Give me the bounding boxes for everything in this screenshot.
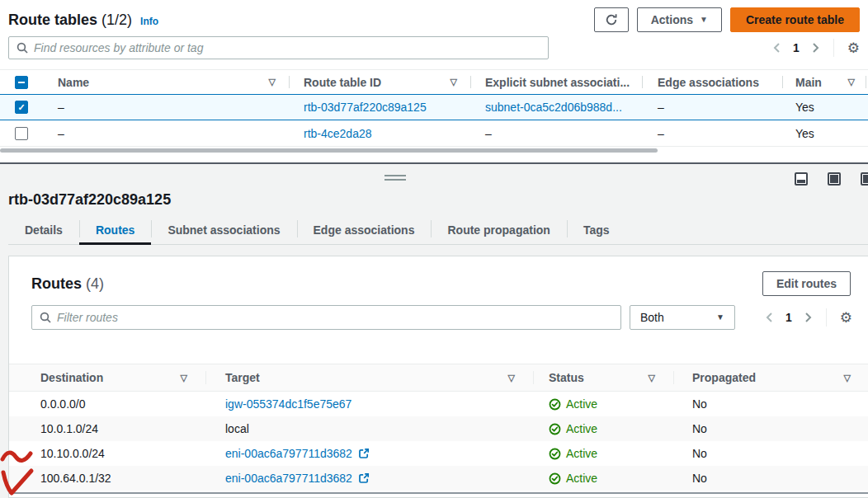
status-label: Active bbox=[566, 472, 597, 485]
detail-tab[interactable]: Subnet associations bbox=[151, 215, 296, 244]
cell-destination: 0.0.0.0/0 bbox=[9, 392, 205, 416]
detail-tab[interactable]: Details bbox=[8, 215, 79, 244]
route-row: 100.64.0.1/32 eni-00ac6a797711d3682 Acti… bbox=[9, 466, 868, 491]
routes-table: Destination▽ Target▽ Status▽ Propagated▽… bbox=[9, 364, 868, 491]
tab-label: Routes bbox=[96, 223, 134, 237]
sort-icon[interactable]: ▽ bbox=[451, 77, 457, 87]
subnet-link[interactable]: – bbox=[485, 127, 492, 140]
detail-tab[interactable]: Route propagation bbox=[431, 215, 566, 244]
split-panel-drag-handle[interactable] bbox=[384, 175, 406, 183]
search-input[interactable] bbox=[28, 38, 548, 58]
sort-icon[interactable]: ▽ bbox=[508, 373, 515, 383]
divider bbox=[826, 308, 827, 327]
cell-subnet-associations: – bbox=[470, 120, 642, 146]
routes-count: (4) bbox=[86, 275, 104, 292]
target-link[interactable]: igw-055374dc1f5e75e67 bbox=[225, 397, 351, 411]
info-link[interactable]: Info bbox=[140, 16, 158, 27]
cell-target: igw-055374dc1f5e75e67 bbox=[205, 392, 533, 416]
column-header-destination[interactable]: Destination▽ bbox=[9, 364, 205, 391]
scrollbar-thumb[interactable] bbox=[0, 148, 658, 153]
page-number[interactable]: 1 bbox=[791, 41, 801, 54]
route-tables-table: Name▽ Route table ID▽ Explicit subnet as… bbox=[0, 69, 868, 147]
table-row[interactable]: – rtb-4ce2da28 – – Yes bbox=[0, 120, 868, 147]
create-route-table-button[interactable]: Create route table bbox=[730, 7, 860, 32]
refresh-button[interactable] bbox=[594, 7, 629, 32]
subnet-link[interactable]: subnet-0ca5c2d06b988d... bbox=[485, 101, 622, 114]
sort-icon[interactable]: ▽ bbox=[844, 373, 851, 383]
column-header-main[interactable]: Main▽ bbox=[782, 70, 868, 94]
route-tables-header: Route tables (1/2) Info Actions ▼ Create… bbox=[8, 7, 860, 33]
route-table-id-link[interactable]: rtb-03d77af220c89a125 bbox=[304, 101, 427, 114]
column-header-name[interactable]: Name▽ bbox=[43, 70, 289, 94]
cell-propagated: No bbox=[673, 392, 868, 416]
horizontal-scrollbar[interactable] bbox=[0, 148, 868, 153]
sort-icon[interactable]: ▽ bbox=[848, 77, 855, 87]
cell-name: – bbox=[43, 120, 289, 146]
actions-button[interactable]: Actions ▼ bbox=[637, 7, 722, 32]
cell-destination: 10.0.1.0/24 bbox=[9, 416, 205, 441]
chevron-left-icon[interactable] bbox=[765, 312, 774, 323]
panel-layout-controls bbox=[795, 172, 868, 186]
row-checkbox-icon[interactable] bbox=[15, 127, 28, 140]
column-header-propagated[interactable]: Propagated▽ bbox=[673, 364, 868, 391]
sort-icon[interactable]: ▽ bbox=[649, 373, 655, 383]
edit-routes-button[interactable]: Edit routes bbox=[762, 271, 851, 296]
column-header-subnet-associations[interactable]: Explicit subnet associati... bbox=[470, 70, 642, 94]
panel-position-side-icon[interactable] bbox=[861, 172, 868, 186]
column-header-status[interactable]: Status▽ bbox=[533, 364, 673, 391]
sort-icon[interactable]: ▽ bbox=[181, 373, 187, 383]
cell-status: Active bbox=[533, 441, 673, 466]
table-body: – rtb-03d77af220c89a125 subnet-0ca5c2d06… bbox=[0, 94, 868, 147]
detail-panel: rtb-03d77af220c89a125 Details Routes Sub… bbox=[0, 164, 868, 498]
tab-label: Route propagation bbox=[447, 223, 550, 237]
cell-subnet-associations: subnet-0ca5c2d06b988d... bbox=[470, 95, 642, 120]
resource-search-box bbox=[8, 36, 549, 59]
route-row: 10.10.0.0/24 eni-00ac6a797711d3682 Activ… bbox=[9, 441, 868, 466]
target-link[interactable]: local bbox=[225, 422, 249, 435]
routes-title: Routes (4) bbox=[31, 275, 104, 293]
chevron-right-icon[interactable] bbox=[811, 42, 820, 54]
search-icon bbox=[17, 42, 28, 54]
cell-status: Active bbox=[533, 392, 673, 416]
tab-label: Tags bbox=[583, 223, 610, 237]
filter-routes-box bbox=[31, 305, 621, 330]
detail-tab[interactable]: Edge associations bbox=[297, 215, 432, 244]
route-type-select[interactable]: Both ▼ bbox=[630, 305, 735, 330]
actions-button-label: Actions bbox=[651, 13, 693, 26]
chevron-left-icon[interactable] bbox=[772, 42, 781, 54]
settings-gear-icon[interactable]: ⚙ bbox=[840, 311, 852, 325]
status-label: Active bbox=[566, 397, 597, 411]
detail-tab[interactable]: Routes bbox=[79, 215, 151, 244]
target-link[interactable]: eni-00ac6a797711d3682 bbox=[225, 472, 352, 485]
column-header-route-table-id[interactable]: Route table ID▽ bbox=[289, 70, 470, 94]
chevron-right-icon[interactable] bbox=[804, 312, 813, 323]
select-all-checkbox-icon[interactable] bbox=[15, 76, 28, 89]
cell-route-table-id: rtb-4ce2da28 bbox=[289, 120, 470, 146]
table-row[interactable]: – rtb-03d77af220c89a125 subnet-0ca5c2d06… bbox=[0, 94, 868, 120]
external-link-icon[interactable] bbox=[358, 472, 370, 484]
routes-card-header: Routes (4) Edit routes bbox=[31, 271, 851, 296]
sort-icon[interactable]: ▽ bbox=[269, 77, 276, 87]
cell-main: Yes bbox=[782, 95, 868, 120]
route-row: 10.0.1.0/24 local Active No bbox=[9, 416, 868, 441]
detail-tab[interactable]: Tags bbox=[567, 215, 626, 244]
panel-position-full-icon[interactable] bbox=[828, 172, 841, 186]
external-link-icon[interactable] bbox=[358, 448, 370, 459]
cell-propagated: No bbox=[673, 441, 868, 466]
target-link[interactable]: eni-00ac6a797711d3682 bbox=[225, 447, 352, 460]
cell-status: Active bbox=[533, 416, 673, 441]
route-table-id-link[interactable]: rtb-4ce2da28 bbox=[304, 127, 372, 140]
table-header-row: Name▽ Route table ID▽ Explicit subnet as… bbox=[0, 69, 868, 94]
cell-main: Yes bbox=[782, 120, 868, 146]
filter-routes-input[interactable] bbox=[51, 308, 620, 327]
panel-bottom-edge bbox=[9, 492, 868, 494]
settings-gear-icon[interactable]: ⚙ bbox=[847, 41, 860, 55]
refresh-icon bbox=[605, 13, 618, 26]
tab-label: Subnet associations bbox=[167, 223, 280, 237]
column-header-edge-associations[interactable]: Edge associations bbox=[642, 70, 782, 94]
panel-position-bottom-icon[interactable] bbox=[795, 172, 808, 186]
page-number[interactable]: 1 bbox=[784, 311, 794, 324]
column-header-target[interactable]: Target▽ bbox=[205, 364, 533, 391]
row-checkbox-icon[interactable] bbox=[15, 101, 28, 114]
cell-name: – bbox=[43, 95, 289, 120]
